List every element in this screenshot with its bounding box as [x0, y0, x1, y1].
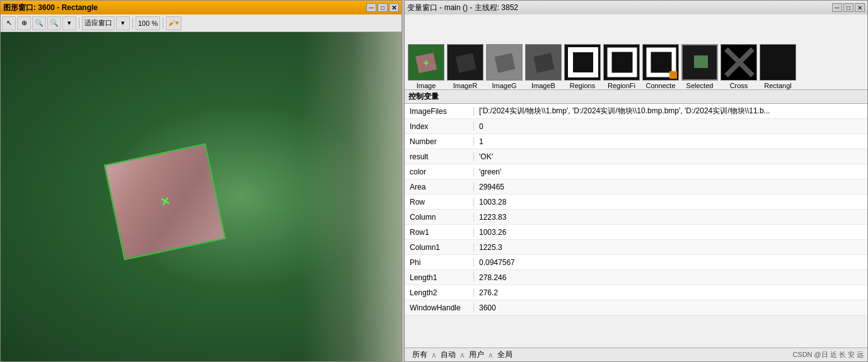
thumb-label-connecte: Connecte [645, 82, 675, 89]
thumb-img-selected[interactable] [681, 44, 718, 81]
status-global[interactable]: 全局 [494, 349, 516, 360]
zoom-input[interactable]: 100 % [136, 16, 160, 30]
tool-arrow[interactable]: ↖ [2, 16, 16, 30]
sep2 [132, 18, 133, 29]
status-auto[interactable]: 自动 [437, 349, 460, 360]
sep1 [79, 18, 79, 29]
table-row[interactable]: Row11003.26 [405, 225, 867, 240]
sep3 [163, 18, 163, 29]
tool-zoom-out[interactable]: 🔍 [47, 16, 61, 30]
tool-zoom-in[interactable]: 🔍 [32, 16, 46, 30]
thumb-regions[interactable]: Regions [564, 44, 601, 89]
var-name-cell: ImageFiles [405, 107, 474, 116]
var-value-cell: 276.2 [474, 288, 867, 297]
status-bar: 所有 ∧ 自动 ∧ 用户 ∧ 全局 CSDN @日 近 长 安 远 [405, 348, 867, 361]
image-display[interactable]: ✕ [1, 32, 402, 361]
thumb-imageG[interactable]: ImageG [486, 44, 523, 89]
variables-table-scroll[interactable]: ImageFiles['D:/2024实训/物块\\1.bmp', 'D:/20… [405, 104, 867, 348]
thumb-imageR[interactable]: ImageR [447, 44, 483, 89]
variables-section: 控制变量 ImageFiles['D:/2024实训/物块\\1.bmp', '… [405, 90, 867, 348]
minimize-btn[interactable]: ─ [366, 3, 376, 12]
tool-more[interactable]: ▾ [62, 16, 76, 30]
thumb-img-imageB[interactable] [525, 44, 562, 81]
var-value-cell: 0.0947567 [474, 258, 867, 267]
table-row[interactable]: Length1278.246 [405, 270, 867, 285]
tool-crosshair[interactable]: ⊕ [17, 16, 31, 30]
thumb-rectangl[interactable]: Rectangl [760, 44, 796, 89]
table-row[interactable]: ImageFiles['D:/2024实训/物块\\1.bmp', 'D:/20… [405, 104, 867, 119]
table-row[interactable]: Number1 [405, 134, 867, 149]
var-value-cell: 1 [474, 137, 867, 146]
thumb-image[interactable]: Image [408, 44, 444, 89]
var-value-cell: ['D:/2024实训/物块\\1.bmp', 'D:/2024实训/物块\\1… [474, 106, 867, 116]
orange-indicator [669, 71, 677, 79]
thumb-label-selected: Selected [686, 82, 714, 89]
left-toolbar: ↖ ⊕ 🔍 🔍 ▾ 适应窗口 ▾ 100 % 🖌▾ [1, 14, 402, 32]
status-user[interactable]: 用户 [465, 349, 488, 360]
table-row[interactable]: Column11225.3 [405, 240, 867, 255]
thumb-regionfi[interactable]: RegionFi [603, 44, 640, 89]
var-value-cell: 1225.3 [474, 243, 867, 252]
thumb-img-regions[interactable] [564, 44, 601, 81]
var-name-cell: Phi [405, 258, 474, 267]
var-name-cell: Length1 [405, 273, 474, 282]
thumb-img-regionfi[interactable] [603, 44, 640, 81]
close-btn[interactable]: ✕ [389, 3, 399, 12]
thumb-img-image[interactable] [408, 44, 444, 81]
control-variables-label: 控制变量 [408, 91, 439, 102]
thumb-label-imageG: ImageG [492, 82, 516, 89]
thumb-connecte[interactable]: Connecte [642, 44, 679, 89]
table-row[interactable]: WindowHandle3600 [405, 300, 867, 315]
r-close-btn[interactable]: ✕ [855, 3, 865, 12]
var-name-cell: Column1 [405, 243, 474, 252]
thumb-img-imageR[interactable] [447, 44, 483, 81]
var-value-cell: 'OK' [474, 152, 867, 161]
left-titlebar: 图形窗口: 3600 - Rectangle ─ □ ✕ [1, 1, 402, 14]
r-minimize-btn[interactable]: ─ [832, 3, 842, 12]
thumb-selected[interactable]: Selected [681, 44, 718, 89]
thumb-cross[interactable]: Cross [720, 44, 757, 89]
var-name-cell: Index [405, 122, 474, 131]
thumb-img-imageG[interactable] [486, 44, 523, 81]
right-title: 变量窗口 - main () - 主线程: 3852 [407, 3, 518, 13]
watermark: CSDN @日 近 长 安 远 [792, 350, 864, 359]
table-row[interactable]: color'green' [405, 164, 867, 179]
var-value-cell: 1003.26 [474, 228, 867, 237]
left-title: 图形窗口: 3600 - Rectangle [3, 3, 98, 13]
thumb-label-image: Image [417, 82, 436, 89]
table-row[interactable]: Area299465 [405, 179, 867, 195]
var-name-cell: color [405, 167, 474, 176]
var-name-cell: Area [405, 183, 474, 191]
table-row[interactable]: Index0 [405, 119, 867, 134]
status-all[interactable]: 所有 [408, 349, 431, 360]
thumb-imageB[interactable]: ImageB [525, 44, 562, 89]
fit-btn[interactable]: 适应窗口 [82, 16, 115, 30]
thumb-img-connecte[interactable] [642, 44, 679, 81]
fit-dropdown[interactable]: ▾ [116, 16, 130, 30]
color-btn[interactable]: 🖌▾ [166, 16, 182, 30]
table-row[interactable]: Length2276.2 [405, 285, 867, 300]
object-crosshair: ✕ [159, 194, 171, 210]
thumb-label-rectangl: Rectangl [764, 82, 791, 89]
var-name-cell: Number [405, 137, 474, 146]
light-overlay [301, 32, 402, 361]
table-row[interactable]: Row1003.28 [405, 195, 867, 210]
left-window: 图形窗口: 3600 - Rectangle ─ □ ✕ ↖ ⊕ 🔍 🔍 ▾ 适… [0, 0, 402, 362]
var-value-cell: 278.246 [474, 273, 867, 282]
r-restore-btn[interactable]: □ [843, 3, 854, 12]
thumb-img-cross[interactable] [720, 44, 757, 81]
table-row[interactable]: Column1223.83 [405, 210, 867, 225]
var-name-cell: Row [405, 198, 474, 206]
var-value-cell: 1003.28 [474, 198, 867, 206]
var-name-cell: Column [405, 213, 474, 222]
variables-table-wrapper: ImageFiles['D:/2024实训/物块\\1.bmp', 'D:/20… [405, 104, 867, 348]
table-row[interactable]: Phi0.0947567 [405, 255, 867, 270]
thumb-img-rectangl[interactable] [760, 44, 796, 81]
var-value-cell: 1223.83 [474, 213, 867, 222]
left-window-controls: ─ □ ✕ [366, 3, 399, 12]
detected-object: ✕ [104, 144, 226, 261]
var-value-cell: 'green' [474, 167, 867, 176]
table-row[interactable]: result'OK' [405, 149, 867, 164]
maximize-btn[interactable]: □ [378, 3, 388, 12]
var-name-cell: result [405, 152, 474, 161]
